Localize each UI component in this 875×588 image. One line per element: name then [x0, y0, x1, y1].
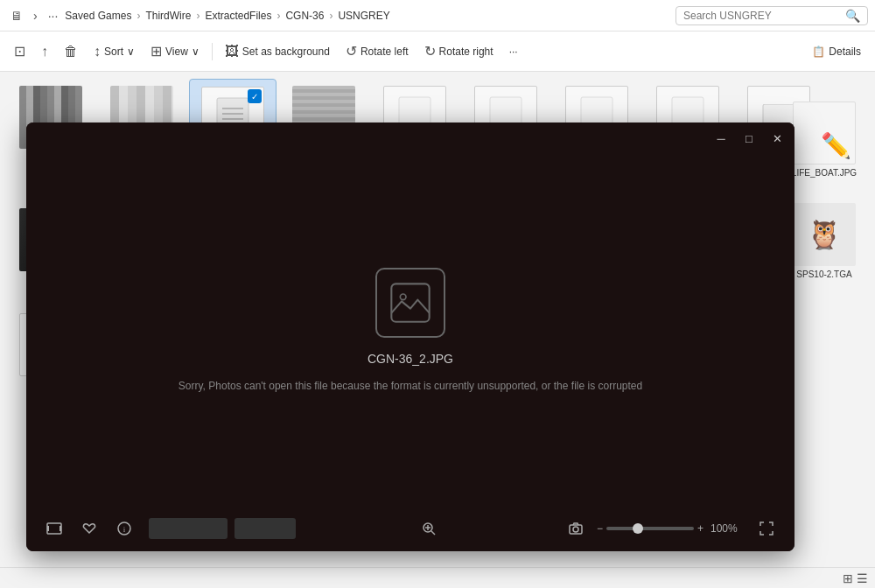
selected-badge: ✓ — [248, 89, 262, 103]
breadcrumb-sep-3: › — [329, 10, 332, 22]
breadcrumb-cgn36[interactable]: CGN-36 — [285, 10, 324, 22]
sort-icon: ↕ — [94, 44, 101, 60]
more-icon: ··· — [509, 46, 518, 58]
toolbar: ⊡ ↑ 🗑 ↕ Sort ∨ ⊞ View ∨ 🖼 Set as backgro… — [0, 32, 875, 72]
broken-image-icon — [375, 268, 445, 338]
nav-ellipsis-icon[interactable]: ··· — [45, 5, 62, 26]
photos-bottom-toolbar: i − + 100% — [26, 506, 794, 551]
details-icon: 📋 — [812, 46, 825, 58]
view-chevron-icon: ∨ — [192, 46, 200, 58]
svg-rect-10 — [391, 284, 429, 321]
svg-point-22 — [573, 527, 578, 532]
set-background-button[interactable]: 🖼 Set as background — [218, 40, 337, 63]
delete-icon: 🗑 — [64, 44, 78, 60]
svg-rect-13 — [47, 526, 49, 531]
sort-chevron-icon: ∨ — [127, 46, 135, 58]
status-bar: ⊞ ☰ — [0, 567, 875, 588]
breadcrumb-saved-games[interactable]: Saved Games — [65, 10, 131, 22]
svg-point-11 — [400, 294, 406, 300]
error-message: Sorry, Photos can't open this file becau… — [178, 380, 642, 392]
breadcrumb-usngrey[interactable]: USNGREY — [338, 10, 389, 22]
set-background-icon: 🖼 — [225, 44, 239, 60]
zoom-thumb — [633, 523, 643, 534]
photos-titlebar: ─ □ ✕ — [26, 122, 794, 154]
zoom-in-button[interactable] — [415, 514, 443, 542]
nav-forward-icon[interactable]: › — [30, 5, 41, 26]
file-name: LIFE_BOAT.JPG — [792, 168, 857, 178]
monitor-icon[interactable]: 🖥 — [7, 5, 26, 26]
rotate-right-label: Rotate right — [439, 46, 494, 58]
search-icon: 🔍 — [845, 9, 860, 23]
search-input[interactable] — [683, 10, 845, 22]
details-button[interactable]: 📋 Details — [805, 42, 868, 61]
rotate-left-button[interactable]: ↺ Rotate left — [339, 39, 416, 63]
photos-content: CGN-36_2.JPG Sorry, Photos can't open th… — [26, 154, 794, 506]
nav-up-button[interactable]: ⊡ — [7, 39, 32, 63]
zoom-percent: 100% — [710, 522, 746, 535]
minimize-icon: ─ — [717, 132, 724, 145]
camera-button[interactable] — [562, 514, 590, 542]
maximize-button[interactable]: □ — [735, 128, 763, 149]
file-thumbnail: 🦉 — [793, 203, 856, 266]
info-button[interactable]: i — [110, 514, 138, 542]
photos-toolbar-center — [415, 514, 443, 542]
address-bar: 🖥 › ··· Saved Games › ThirdWire › Extrac… — [0, 0, 875, 32]
search-bar[interactable]: 🔍 — [676, 6, 868, 25]
rotate-right-button[interactable]: ↻ Rotate right — [417, 39, 500, 63]
sort-button[interactable]: ↕ Sort ∨ — [87, 40, 142, 63]
set-background-label: Set as background — [242, 46, 330, 58]
share-icon: ↑ — [41, 44, 48, 60]
rotate-left-icon: ↺ — [346, 43, 357, 60]
breadcrumb-sep-2: › — [276, 10, 280, 22]
minimize-button[interactable]: ─ — [707, 128, 735, 149]
svg-rect-12 — [47, 523, 61, 534]
photos-app-window: ─ □ ✕ CGN-36_2.JPG Sorry, Photos can't o… — [26, 122, 794, 551]
photos-toolbar-left: i — [40, 514, 296, 542]
sort-label: Sort — [104, 46, 123, 58]
edit-button[interactable] — [149, 518, 228, 539]
share-button[interactable]: ↑ — [34, 40, 55, 63]
zoom-controls: − + — [597, 522, 704, 535]
grid-view-icon[interactable]: ⊞ — [843, 571, 853, 585]
details-label: Details — [829, 46, 861, 58]
rotate-left-label: Rotate left — [360, 46, 409, 58]
maximize-icon: □ — [746, 132, 752, 145]
zoom-out-icon[interactable]: − — [597, 522, 603, 535]
error-filename: CGN-36_2.JPG — [368, 352, 453, 366]
breadcrumb-extractedfiles[interactable]: ExtractedFiles — [205, 10, 271, 22]
rotate-right-icon: ↻ — [424, 43, 436, 60]
favorite-button[interactable] — [75, 514, 103, 542]
zoom-slider[interactable] — [606, 527, 694, 530]
filmstrip-button[interactable] — [40, 514, 68, 542]
breadcrumb-sep-1: › — [196, 10, 200, 22]
list-view-icon[interactable]: ☰ — [857, 571, 868, 585]
svg-line-18 — [431, 531, 435, 535]
close-button[interactable]: ✕ — [763, 128, 791, 149]
fullscreen-button[interactable] — [752, 514, 780, 542]
toolbar-separator-1 — [212, 43, 213, 60]
pencil-icon: ✏️ — [821, 131, 851, 160]
action-button[interactable] — [234, 518, 296, 539]
more-button[interactable]: ··· — [502, 42, 525, 61]
svg-rect-14 — [60, 526, 61, 531]
delete-button[interactable]: 🗑 — [57, 40, 85, 63]
view-icon: ⊞ — [150, 43, 162, 60]
view-button[interactable]: ⊞ View ∨ — [144, 39, 206, 63]
file-thumbnail: ✏️ — [793, 102, 856, 164]
svg-text:i: i — [123, 525, 126, 534]
breadcrumb-sep-0: › — [136, 10, 140, 22]
close-icon: ✕ — [773, 132, 782, 145]
breadcrumb-thirdwire[interactable]: ThirdWire — [145, 10, 191, 22]
photos-toolbar-right: − + 100% — [562, 514, 780, 542]
zoom-in-icon[interactable]: + — [697, 522, 704, 535]
view-label: View — [165, 46, 188, 58]
file-name: SPS10-2.TGA — [796, 270, 851, 280]
nav-up-icon: ⊡ — [14, 43, 25, 60]
